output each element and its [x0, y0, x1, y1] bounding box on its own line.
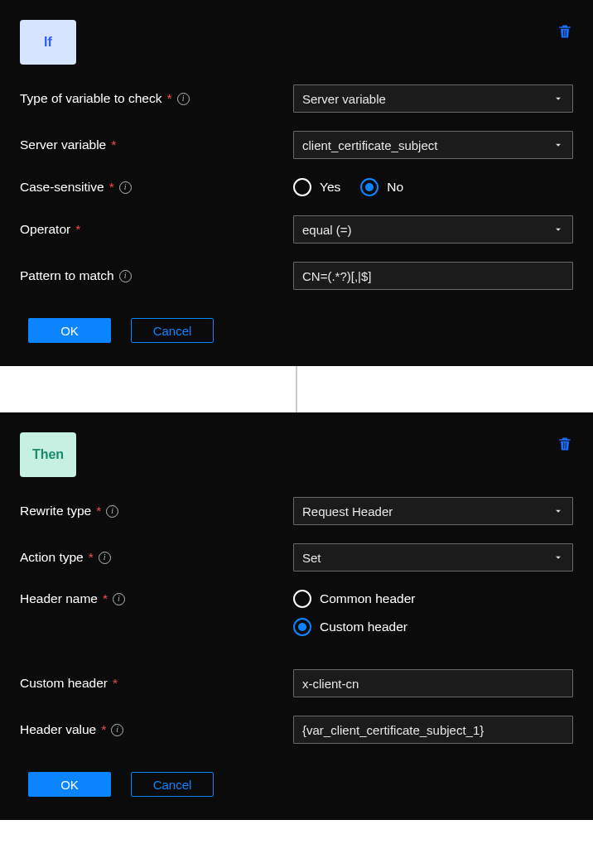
pattern-input[interactable]: CN=(.*?)[,|$]	[293, 262, 573, 290]
ok-button[interactable]: OK	[28, 318, 111, 343]
info-icon[interactable]: i	[111, 724, 123, 736]
ok-button[interactable]: OK	[28, 772, 111, 797]
rewrite-type-select[interactable]: Request Header	[293, 497, 573, 525]
required-marker: *	[96, 504, 101, 518]
connector-line	[296, 366, 297, 412]
radio-icon	[360, 178, 378, 196]
then-action-card: Then Rewrite type * i Request Header Act…	[0, 412, 593, 820]
if-badge: If	[20, 20, 76, 65]
custom-header-input[interactable]: x-client-cn	[293, 669, 573, 697]
required-marker: *	[113, 676, 118, 691]
label-header-value: Header value	[20, 722, 96, 737]
required-marker: *	[109, 180, 114, 195]
required-marker: *	[103, 591, 108, 606]
if-condition-card: If Type of variable to check * i Server …	[0, 0, 593, 366]
chevron-down-icon	[552, 224, 564, 235]
radio-case-sensitive-yes[interactable]: Yes	[293, 178, 340, 196]
radio-case-sensitive-no[interactable]: No	[360, 178, 403, 196]
chevron-down-icon	[552, 552, 564, 563]
required-marker: *	[75, 222, 80, 237]
cancel-button[interactable]: Cancel	[131, 318, 214, 343]
radio-icon	[293, 178, 311, 196]
select-value: Request Header	[302, 504, 393, 518]
radio-custom-header[interactable]: Custom header	[293, 618, 407, 636]
operator-select[interactable]: equal (=)	[293, 215, 573, 244]
radio-label: Yes	[320, 180, 340, 195]
type-of-variable-select[interactable]: Server variable	[293, 84, 573, 113]
chevron-down-icon	[552, 93, 564, 104]
delete-icon[interactable]	[557, 23, 573, 40]
label-server-variable: Server variable	[20, 137, 106, 152]
radio-label: Common header	[320, 591, 415, 606]
select-value: client_certificate_subject	[302, 138, 437, 152]
required-marker: *	[111, 137, 116, 152]
header-value-input[interactable]: {var_client_certificate_subject_1}	[293, 716, 573, 744]
radio-icon	[293, 618, 311, 636]
chevron-down-icon	[552, 505, 564, 517]
info-icon[interactable]: i	[106, 505, 118, 518]
then-badge: Then	[20, 432, 76, 477]
required-marker: *	[101, 722, 106, 737]
chevron-down-icon	[552, 139, 564, 151]
select-value: Server variable	[302, 92, 386, 106]
label-action-type: Action type	[20, 550, 84, 565]
input-value: x-client-cn	[302, 677, 359, 691]
case-sensitive-radio-group: Yes No	[293, 178, 573, 196]
label-rewrite-type: Rewrite type	[20, 504, 91, 518]
label-case-sensitive: Case-sensitive	[20, 180, 104, 195]
radio-common-header[interactable]: Common header	[293, 590, 415, 608]
radio-icon	[293, 590, 311, 608]
select-value: equal (=)	[302, 223, 352, 237]
header-name-radio-group: Common header Custom header	[293, 590, 573, 636]
label-operator: Operator	[20, 222, 70, 237]
input-value: CN=(.*?)[,|$]	[302, 269, 372, 283]
action-type-select[interactable]: Set	[293, 543, 573, 571]
radio-label: Custom header	[320, 620, 407, 634]
label-custom-header: Custom header	[20, 676, 108, 691]
cancel-button[interactable]: Cancel	[131, 772, 214, 797]
server-variable-select[interactable]: client_certificate_subject	[293, 131, 573, 159]
delete-icon[interactable]	[557, 436, 573, 452]
info-icon[interactable]: i	[113, 593, 125, 605]
required-marker: *	[89, 550, 94, 565]
info-icon[interactable]: i	[177, 93, 190, 105]
info-icon[interactable]: i	[99, 552, 111, 564]
info-icon[interactable]: i	[119, 270, 132, 282]
select-value: Set	[302, 551, 321, 565]
radio-label: No	[387, 180, 403, 195]
label-header-name: Header name	[20, 591, 98, 606]
info-icon[interactable]: i	[119, 181, 132, 194]
required-marker: *	[166, 91, 171, 106]
input-value: {var_client_certificate_subject_1}	[302, 723, 484, 737]
label-type-of-variable: Type of variable to check	[20, 91, 162, 106]
label-pattern: Pattern to match	[20, 268, 114, 283]
